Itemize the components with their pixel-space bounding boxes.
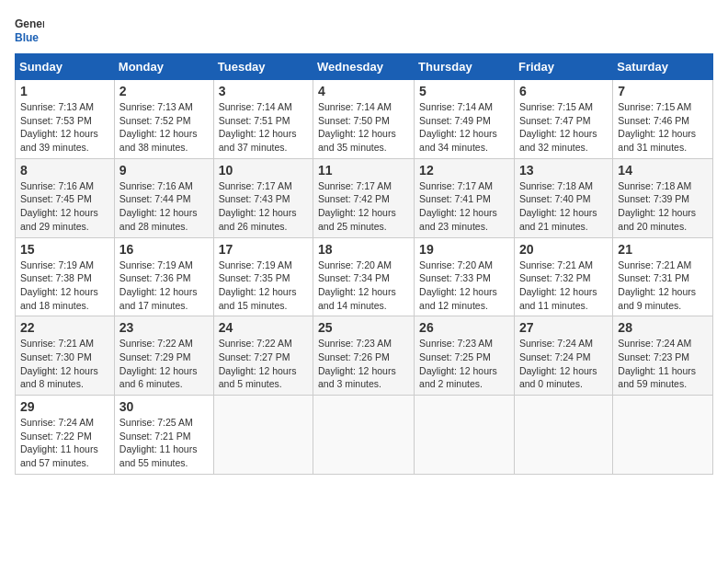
day-number: 30 bbox=[119, 399, 209, 414]
week-row-1: 1Sunrise: 7:13 AMSunset: 7:53 PMDaylight… bbox=[16, 80, 713, 159]
day-info: Sunrise: 7:21 AMSunset: 7:32 PMDaylight:… bbox=[519, 259, 597, 311]
day-cell-4: 4Sunrise: 7:14 AMSunset: 7:50 PMDaylight… bbox=[313, 80, 415, 159]
day-cell-18: 18Sunrise: 7:20 AMSunset: 7:34 PMDayligh… bbox=[313, 237, 415, 316]
day-info: Sunrise: 7:16 AMSunset: 7:45 PMDaylight:… bbox=[20, 180, 98, 232]
day-info: Sunrise: 7:24 AMSunset: 7:23 PMDaylight:… bbox=[618, 338, 696, 389]
day-number: 9 bbox=[119, 163, 209, 178]
day-number: 3 bbox=[219, 84, 308, 98]
day-info: Sunrise: 7:20 AMSunset: 7:33 PMDaylight:… bbox=[419, 259, 497, 311]
day-cell-11: 11Sunrise: 7:17 AMSunset: 7:42 PMDayligh… bbox=[313, 158, 415, 237]
day-info: Sunrise: 7:23 AMSunset: 7:26 PMDaylight:… bbox=[318, 338, 396, 389]
day-number: 25 bbox=[318, 320, 409, 335]
day-number: 26 bbox=[419, 320, 509, 335]
day-info: Sunrise: 7:18 AMSunset: 7:40 PMDaylight:… bbox=[519, 180, 597, 232]
day-info: Sunrise: 7:20 AMSunset: 7:34 PMDaylight:… bbox=[318, 259, 396, 311]
day-cell-13: 13Sunrise: 7:18 AMSunset: 7:40 PMDayligh… bbox=[514, 158, 612, 237]
day-cell-23: 23Sunrise: 7:22 AMSunset: 7:29 PMDayligh… bbox=[114, 316, 213, 396]
day-cell-9: 9Sunrise: 7:16 AMSunset: 7:44 PMDaylight… bbox=[114, 158, 213, 237]
col-friday: Friday bbox=[514, 54, 612, 80]
day-cell-27: 27Sunrise: 7:24 AMSunset: 7:24 PMDayligh… bbox=[514, 316, 612, 396]
day-info: Sunrise: 7:25 AMSunset: 7:21 PMDaylight:… bbox=[119, 417, 198, 468]
day-info: Sunrise: 7:13 AMSunset: 7:53 PMDaylight:… bbox=[20, 101, 98, 153]
day-info: Sunrise: 7:14 AMSunset: 7:51 PMDaylight:… bbox=[219, 101, 297, 153]
day-cell-2: 2Sunrise: 7:13 AMSunset: 7:52 PMDaylight… bbox=[114, 80, 213, 159]
day-info: Sunrise: 7:22 AMSunset: 7:27 PMDaylight:… bbox=[219, 338, 297, 389]
day-cell-25: 25Sunrise: 7:23 AMSunset: 7:26 PMDayligh… bbox=[313, 316, 415, 396]
day-info: Sunrise: 7:17 AMSunset: 7:42 PMDaylight:… bbox=[318, 180, 396, 232]
day-info: Sunrise: 7:24 AMSunset: 7:22 PMDaylight:… bbox=[20, 417, 98, 468]
empty-cell bbox=[613, 396, 713, 475]
day-cell-5: 5Sunrise: 7:14 AMSunset: 7:49 PMDaylight… bbox=[415, 80, 515, 159]
day-info: Sunrise: 7:23 AMSunset: 7:25 PMDaylight:… bbox=[419, 338, 497, 389]
col-saturday: Saturday bbox=[613, 54, 713, 80]
day-number: 19 bbox=[419, 242, 509, 257]
day-number: 16 bbox=[119, 242, 209, 257]
day-number: 13 bbox=[519, 163, 608, 178]
day-cell-20: 20Sunrise: 7:21 AMSunset: 7:32 PMDayligh… bbox=[514, 237, 612, 316]
day-info: Sunrise: 7:19 AMSunset: 7:38 PMDaylight:… bbox=[20, 259, 98, 311]
day-info: Sunrise: 7:14 AMSunset: 7:50 PMDaylight:… bbox=[318, 101, 396, 153]
day-cell-29: 29Sunrise: 7:24 AMSunset: 7:22 PMDayligh… bbox=[16, 396, 115, 475]
day-cell-19: 19Sunrise: 7:20 AMSunset: 7:33 PMDayligh… bbox=[415, 237, 515, 316]
day-number: 5 bbox=[419, 84, 509, 98]
day-number: 28 bbox=[618, 320, 708, 335]
day-cell-28: 28Sunrise: 7:24 AMSunset: 7:23 PMDayligh… bbox=[613, 316, 713, 396]
day-info: Sunrise: 7:15 AMSunset: 7:47 PMDaylight:… bbox=[519, 101, 597, 153]
day-number: 22 bbox=[20, 320, 109, 335]
day-number: 6 bbox=[519, 84, 608, 98]
day-info: Sunrise: 7:19 AMSunset: 7:35 PMDaylight:… bbox=[219, 259, 297, 311]
calendar-body: 1Sunrise: 7:13 AMSunset: 7:53 PMDaylight… bbox=[16, 80, 713, 475]
day-cell-3: 3Sunrise: 7:14 AMSunset: 7:51 PMDaylight… bbox=[213, 80, 313, 159]
day-info: Sunrise: 7:15 AMSunset: 7:46 PMDaylight:… bbox=[618, 101, 696, 153]
empty-cell bbox=[213, 396, 313, 475]
day-cell-15: 15Sunrise: 7:19 AMSunset: 7:38 PMDayligh… bbox=[16, 237, 115, 316]
day-number: 27 bbox=[519, 320, 608, 335]
col-sunday: Sunday bbox=[16, 54, 115, 80]
day-number: 4 bbox=[318, 84, 409, 98]
logo: General Blue bbox=[15, 15, 44, 44]
col-wednesday: Wednesday bbox=[313, 54, 415, 80]
day-number: 21 bbox=[618, 242, 708, 257]
day-number: 12 bbox=[419, 163, 509, 178]
day-cell-17: 17Sunrise: 7:19 AMSunset: 7:35 PMDayligh… bbox=[213, 237, 313, 316]
day-number: 29 bbox=[20, 399, 109, 414]
col-monday: Monday bbox=[114, 54, 213, 80]
day-number: 20 bbox=[519, 242, 608, 257]
calendar-table: Sunday Monday Tuesday Wednesday Thursday… bbox=[15, 53, 713, 475]
day-info: Sunrise: 7:22 AMSunset: 7:29 PMDaylight:… bbox=[119, 338, 198, 389]
day-cell-6: 6Sunrise: 7:15 AMSunset: 7:47 PMDaylight… bbox=[514, 80, 612, 159]
header: General Blue bbox=[15, 15, 713, 44]
day-info: Sunrise: 7:16 AMSunset: 7:44 PMDaylight:… bbox=[119, 180, 198, 232]
col-thursday: Thursday bbox=[415, 54, 515, 80]
day-cell-21: 21Sunrise: 7:21 AMSunset: 7:31 PMDayligh… bbox=[613, 237, 713, 316]
day-cell-24: 24Sunrise: 7:22 AMSunset: 7:27 PMDayligh… bbox=[213, 316, 313, 396]
day-number: 8 bbox=[20, 163, 109, 178]
day-info: Sunrise: 7:19 AMSunset: 7:36 PMDaylight:… bbox=[119, 259, 198, 311]
week-row-5: 29Sunrise: 7:24 AMSunset: 7:22 PMDayligh… bbox=[16, 396, 713, 475]
day-info: Sunrise: 7:17 AMSunset: 7:41 PMDaylight:… bbox=[419, 180, 497, 232]
day-cell-12: 12Sunrise: 7:17 AMSunset: 7:41 PMDayligh… bbox=[415, 158, 515, 237]
week-row-2: 8Sunrise: 7:16 AMSunset: 7:45 PMDaylight… bbox=[16, 158, 713, 237]
day-cell-14: 14Sunrise: 7:18 AMSunset: 7:39 PMDayligh… bbox=[613, 158, 713, 237]
day-info: Sunrise: 7:14 AMSunset: 7:49 PMDaylight:… bbox=[419, 101, 497, 153]
day-info: Sunrise: 7:17 AMSunset: 7:43 PMDaylight:… bbox=[219, 180, 297, 232]
day-number: 18 bbox=[318, 242, 409, 257]
day-cell-8: 8Sunrise: 7:16 AMSunset: 7:45 PMDaylight… bbox=[16, 158, 115, 237]
day-info: Sunrise: 7:21 AMSunset: 7:31 PMDaylight:… bbox=[618, 259, 696, 311]
header-row: Sunday Monday Tuesday Wednesday Thursday… bbox=[16, 54, 713, 80]
empty-cell bbox=[313, 396, 415, 475]
day-cell-10: 10Sunrise: 7:17 AMSunset: 7:43 PMDayligh… bbox=[213, 158, 313, 237]
col-tuesday: Tuesday bbox=[213, 54, 313, 80]
svg-text:Blue: Blue bbox=[15, 31, 39, 44]
day-number: 1 bbox=[20, 84, 109, 98]
day-number: 24 bbox=[219, 320, 308, 335]
day-cell-30: 30Sunrise: 7:25 AMSunset: 7:21 PMDayligh… bbox=[114, 396, 213, 475]
day-number: 14 bbox=[618, 163, 708, 178]
day-cell-16: 16Sunrise: 7:19 AMSunset: 7:36 PMDayligh… bbox=[114, 237, 213, 316]
day-cell-7: 7Sunrise: 7:15 AMSunset: 7:46 PMDaylight… bbox=[613, 80, 713, 159]
day-number: 23 bbox=[119, 320, 209, 335]
empty-cell bbox=[514, 396, 612, 475]
day-number: 17 bbox=[219, 242, 308, 257]
svg-text:General: General bbox=[15, 17, 44, 30]
day-cell-26: 26Sunrise: 7:23 AMSunset: 7:25 PMDayligh… bbox=[415, 316, 515, 396]
